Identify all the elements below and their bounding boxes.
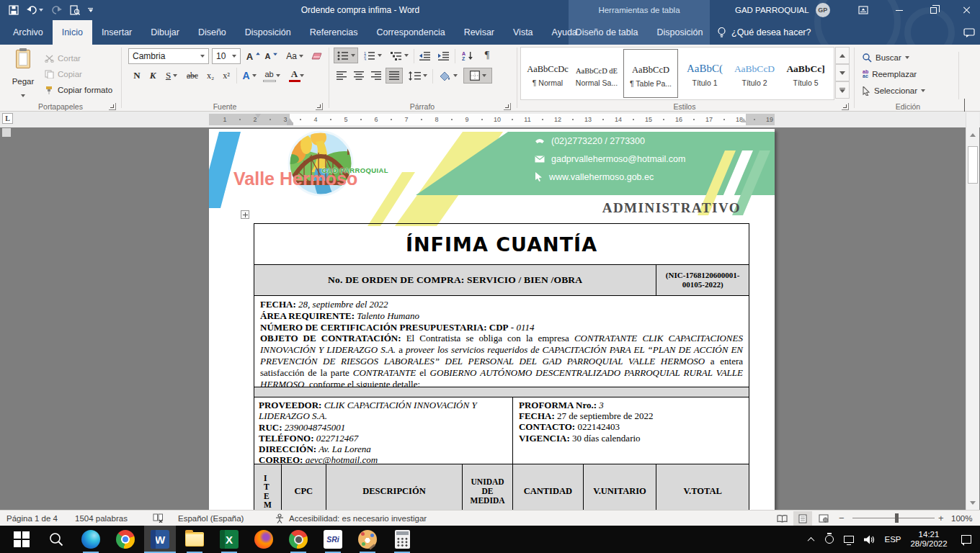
right-indent-marker[interactable] xyxy=(741,118,747,122)
read-mode-button[interactable] xyxy=(772,511,791,526)
italic-button[interactable]: K xyxy=(146,68,160,84)
bullets-button[interactable] xyxy=(334,48,358,63)
style-table-paragraph[interactable]: AaBbCcD ¶ Table Pa... xyxy=(623,49,678,98)
change-case-button[interactable]: Aa xyxy=(284,48,306,64)
account-info[interactable]: GAD PARROQUIAL GP xyxy=(735,0,830,20)
customize-qat-icon[interactable] xyxy=(88,8,93,12)
word-count[interactable]: 1504 palabras xyxy=(75,511,128,526)
decrease-indent-button[interactable] xyxy=(416,48,434,63)
col-descripcion[interactable]: DESCRIPCIÓN xyxy=(326,464,463,510)
language-indicator[interactable]: Español (España) xyxy=(178,511,244,526)
accessibility-icon[interactable] xyxy=(275,511,285,526)
style-normal[interactable]: AaBbCcDc ¶ Normal xyxy=(525,49,570,98)
scroll-down-button[interactable] xyxy=(967,497,979,508)
styles-more-button[interactable] xyxy=(835,81,850,99)
copy-button[interactable]: Copiar xyxy=(45,67,82,81)
collapse-ribbon-button[interactable] xyxy=(964,99,965,112)
increase-indent-button[interactable] xyxy=(435,48,453,63)
zoom-level[interactable]: 100% xyxy=(951,511,972,526)
document-title-cell[interactable]: ÍNFIMA CUANTÍA xyxy=(254,224,749,265)
format-painter-button[interactable]: Copiar formato xyxy=(45,83,112,97)
vertical-scrollbar[interactable] xyxy=(966,127,979,510)
strikethrough-button[interactable]: abc xyxy=(183,68,202,84)
taskbar-firefox-button[interactable] xyxy=(248,526,280,553)
first-line-indent-marker[interactable] xyxy=(255,114,261,118)
tab-diseno[interactable]: Diseño xyxy=(189,20,236,45)
zoom-slider-track[interactable] xyxy=(852,518,935,518)
avatar[interactable]: GP xyxy=(816,3,830,17)
action-center-button[interactable] xyxy=(956,526,977,553)
font-dialog-launcher[interactable] xyxy=(316,103,323,110)
bold-button[interactable]: N xyxy=(130,68,144,84)
style-titulo-5[interactable]: AaBbCc] Título 5 xyxy=(780,49,831,98)
scroll-up-button[interactable] xyxy=(967,129,979,140)
tray-language-indicator[interactable]: ESP xyxy=(881,526,905,553)
tab-vista[interactable]: Vista xyxy=(504,20,543,45)
paragraph-dialog-launcher[interactable] xyxy=(504,103,511,110)
document-page[interactable]: Valle Hermoso GAD PARROQUIAL (02)2773220… xyxy=(209,129,775,510)
minimize-button[interactable] xyxy=(887,0,912,20)
grow-font-button[interactable]: A xyxy=(246,48,262,64)
tab-inicio[interactable]: Inicio xyxy=(53,20,92,45)
subscript-button[interactable]: x₂ xyxy=(203,68,218,84)
restore-button[interactable] xyxy=(921,0,945,20)
redo-icon[interactable] xyxy=(51,6,62,14)
tab-disposicion-tabla[interactable]: Disposición xyxy=(647,20,712,45)
taskbar-paint-button[interactable] xyxy=(352,526,383,553)
web-layout-button[interactable] xyxy=(814,511,833,526)
style-normal-sa[interactable]: AaBbCcD dE Normal Sa... xyxy=(573,49,620,98)
borders-button[interactable] xyxy=(463,68,492,84)
style-titulo-1[interactable]: AaBbC( Título 1 xyxy=(681,49,729,98)
replace-button[interactable]: abac Reemplazar xyxy=(863,67,917,81)
taskbar-sri-button[interactable]: SRi xyxy=(317,526,349,553)
col-unidad[interactable]: UNIDAD DE MEDIDA xyxy=(463,464,513,510)
accessibility-status[interactable]: Accesibilidad: es necesario investigar xyxy=(289,511,427,526)
zoom-in-button[interactable]: + xyxy=(938,511,944,526)
tray-onedrive-icon[interactable] xyxy=(820,526,839,553)
tab-insertar[interactable]: Insertar xyxy=(92,20,141,45)
superscript-button[interactable]: x² xyxy=(219,68,233,84)
tab-revisar[interactable]: Revisar xyxy=(455,20,504,45)
tab-archivo[interactable]: Archivo xyxy=(4,20,53,45)
tray-volume-icon[interactable] xyxy=(859,526,879,553)
proofing-icon[interactable] xyxy=(153,511,164,526)
tray-show-hidden-button[interactable] xyxy=(801,526,820,553)
col-item[interactable]: ITEM xyxy=(254,464,282,510)
line-spacing-button[interactable] xyxy=(407,68,429,84)
tab-correspondencia[interactable]: Correspondencia xyxy=(367,20,454,45)
tab-disposicion[interactable]: Disposición xyxy=(236,20,300,45)
sort-button[interactable]: AZ xyxy=(458,48,478,63)
taskbar-word-button[interactable]: W xyxy=(144,526,176,553)
taskbar-explorer-button[interactable] xyxy=(179,526,210,553)
text-effects-button[interactable]: A xyxy=(240,68,259,84)
print-layout-button[interactable] xyxy=(793,511,812,526)
style-titulo-2[interactable]: AaBbCcD Título 2 xyxy=(731,49,778,98)
close-button[interactable] xyxy=(954,0,979,20)
tab-diseno-de-tabla[interactable]: Diseño de tabla xyxy=(566,20,648,45)
table-move-handle-icon[interactable] xyxy=(241,210,249,219)
page-indicator[interactable]: Página 1 de 4 xyxy=(6,511,58,526)
col-vunitario[interactable]: V.UNITARIO xyxy=(584,464,657,510)
find-button[interactable]: Buscar xyxy=(863,50,909,65)
col-cantidad[interactable]: CANTIDAD xyxy=(513,464,584,510)
col-vtotal[interactable]: V.TOTAL xyxy=(656,464,749,510)
feedback-button[interactable] xyxy=(958,20,980,45)
taskbar-edge-button[interactable] xyxy=(75,526,107,553)
provider-cell[interactable]: PROVEEDOR: CLIK CAPACITACIÓN INNOVACIÓN … xyxy=(254,397,513,464)
align-right-button[interactable] xyxy=(368,68,384,84)
styles-scroll-down-button[interactable] xyxy=(835,64,850,81)
undo-icon[interactable] xyxy=(27,6,43,14)
zoom-out-button[interactable]: − xyxy=(839,511,845,526)
font-size-combobox[interactable]: 10 xyxy=(212,48,241,64)
tab-stop-selector[interactable]: L xyxy=(2,113,13,124)
taskbar-chrome-button[interactable] xyxy=(110,526,141,553)
clipboard-dialog-launcher[interactable] xyxy=(109,103,116,110)
highlight-button[interactable]: ab xyxy=(261,68,284,84)
font-family-combobox[interactable]: Cambria xyxy=(128,48,209,64)
clear-formatting-button[interactable] xyxy=(308,48,326,64)
tray-clock[interactable]: 14:21 28/9/2022 xyxy=(906,526,951,553)
justify-button[interactable] xyxy=(386,68,403,84)
order-details-cell[interactable]: FECHA: 28, septiembre del 2022 ÁREA REQU… xyxy=(254,296,749,387)
paste-button[interactable]: Pegar xyxy=(6,47,40,100)
align-left-button[interactable] xyxy=(334,68,349,84)
